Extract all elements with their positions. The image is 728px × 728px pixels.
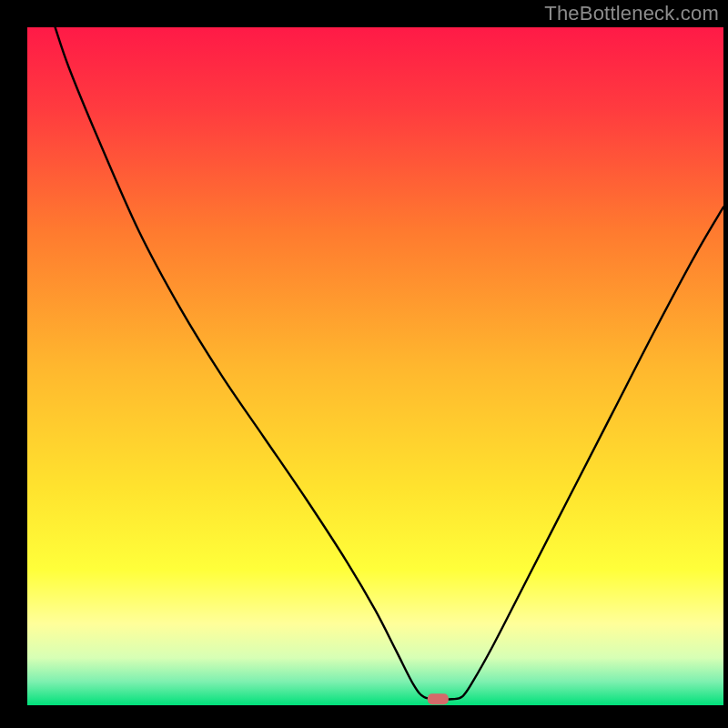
watermark-text: TheBottleneck.com <box>544 2 719 25</box>
chart-container: { "watermark": "TheBottleneck.com", "cha… <box>0 0 728 728</box>
current-position-marker <box>428 693 449 704</box>
bottleneck-chart <box>0 0 728 728</box>
plot-background <box>27 27 723 705</box>
